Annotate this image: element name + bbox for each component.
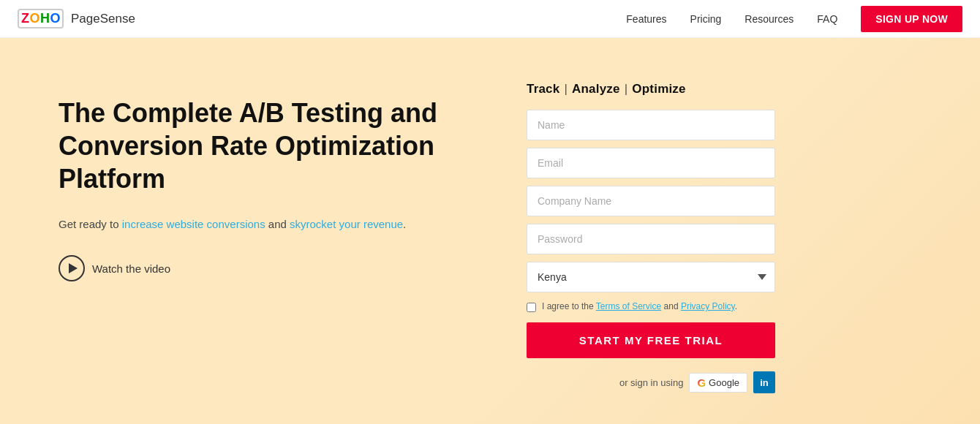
form-tagline: Track|Analyze|Optimize [527,82,775,96]
nav-pricing-link[interactable]: Pricing [690,13,722,25]
subtitle-after: . [403,218,406,230]
signin-row: or sign in using G Google in [527,371,775,393]
linkedin-signin-button[interactable]: in [753,371,775,393]
zoho-letter-o1: O [30,11,40,26]
tagline-track: Track [527,82,559,96]
terms-after: . [735,301,737,311]
country-select-wrapper: Kenya United States United Kingdom India… [527,262,775,292]
zoho-letter-z: Z [21,11,29,26]
hero-content: The Complete A/B Testing and Conversion … [59,82,512,281]
privacy-policy-link[interactable]: Privacy Policy [681,301,735,311]
company-input[interactable] [527,186,775,216]
country-select[interactable]: Kenya United States United Kingdom India… [527,262,775,292]
tagline-pipe2: | [625,82,628,96]
terms-of-service-link[interactable]: Terms of Service [596,301,661,311]
signup-button[interactable]: SIGN UP NOW [861,6,962,32]
terms-row: I agree to the Terms of Service and Priv… [527,301,775,312]
google-label: Google [709,377,739,388]
play-circle-icon [59,255,85,281]
tagline-optimize: Optimize [632,82,685,96]
nav-resources-link[interactable]: Resources [745,13,794,25]
nav-faq-link[interactable]: FAQ [817,13,837,25]
password-input[interactable] [527,224,775,254]
subtitle-highlight1: increase website conversions [122,218,265,230]
zoho-wordmark: ZOHO [21,11,60,26]
signup-form-panel: Track|Analyze|Optimize Kenya United Stat… [512,82,775,393]
email-input[interactable] [527,148,775,178]
watch-video-label: Watch the video [92,262,170,275]
terms-text: I agree to the Terms of Service and Priv… [542,301,737,311]
start-trial-button[interactable]: START MY FREE TRIAL [527,322,775,358]
hero-section: The Complete A/B Testing and Conversion … [0,38,980,424]
signin-label: or sign in using [619,377,683,388]
subtitle-highlight2: skyrocket your revenue [290,218,403,230]
zoho-letter-o2: O [50,11,61,26]
product-name: PageSense [71,12,135,26]
nav-logo-area: ZOHO PageSense [18,9,135,29]
hero-title: The Complete A/B Testing and Conversion … [59,96,512,195]
signup-form: Kenya United States United Kingdom India… [527,110,775,393]
subtitle-between: and [265,218,290,230]
zoho-logo: ZOHO [18,9,64,29]
navigation: ZOHO PageSense Features Pricing Resource… [0,0,980,38]
google-icon: G [697,376,706,389]
linkedin-icon: in [760,377,769,388]
terms-middle: and [661,301,681,311]
terms-before: I agree to the [542,301,596,311]
name-input[interactable] [527,110,775,140]
nav-features-link[interactable]: Features [626,13,666,25]
terms-checkbox[interactable] [527,303,536,312]
zoho-letter-h: H [40,11,50,26]
play-triangle-icon [69,263,78,273]
subtitle-before: Get ready to [59,218,122,230]
tagline-pipe1: | [564,82,568,96]
hero-subtitle: Get ready to increase website conversion… [59,216,512,233]
nav-links: Features Pricing Resources FAQ SIGN UP N… [626,6,962,32]
watch-video-link[interactable]: Watch the video [59,255,512,281]
logo-link[interactable]: ZOHO PageSense [18,9,135,29]
google-signin-button[interactable]: G Google [689,373,747,393]
tagline-analyze: Analyze [572,82,620,96]
